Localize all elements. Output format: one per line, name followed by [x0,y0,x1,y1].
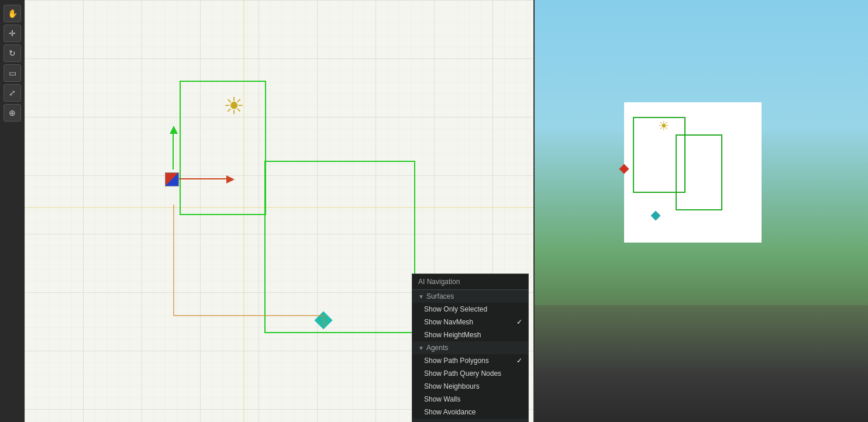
gizmo-x-tip [226,175,235,184]
show-navmesh-check: ✓ [516,318,522,326]
show-neighbours-label: Show Neighbours [424,382,480,390]
surfaces-label: Surfaces [426,292,454,300]
show-path-polygons-check: ✓ [516,357,522,365]
green-rect-2 [264,161,415,333]
move-tool-button[interactable]: ✛ [4,25,21,42]
obstacles-section-header[interactable]: ▼ Obstacles [412,418,528,422]
surfaces-section-header[interactable]: ▼ Surfaces [412,290,528,303]
gizmo-x-arrow [175,178,228,179]
context-menu-title: AI Navigation [412,274,528,290]
agents-arrow-icon: ▼ [418,345,424,351]
show-only-selected-label: Show Only Selected [424,305,487,313]
show-avoidance-item[interactable]: Show Avoidance [412,406,528,418]
world-tool-button[interactable]: ⊕ [4,104,21,122]
ground-plane [533,305,868,422]
show-heightmesh-item[interactable]: Show HeightMesh [412,328,528,341]
3d-scene-content: ☀ [624,102,762,243]
viewport-area: ☀ [25,0,868,422]
scale-tool-button[interactable]: ⤢ [4,84,21,102]
3d-outer-rect [676,134,722,210]
gizmo-cube [165,172,179,186]
show-navmesh-item[interactable]: Show NavMesh ✓ [412,316,528,328]
context-menu: AI Navigation ▼ Surfaces Show Only Selec… [412,274,529,422]
gizmo-y-tip [170,126,178,134]
main-container: ✋ ✛ ↻ ▭ ⤢ ⊕ [0,0,868,422]
gizmo-y-arrow [173,132,174,170]
show-path-polygons-item[interactable]: Show Path Polygons ✓ [412,354,528,367]
show-avoidance-label: Show Avoidance [424,408,476,416]
3d-sun-icon: ☀ [658,119,670,134]
viewport-divider [533,0,535,422]
show-only-selected-item[interactable]: Show Only Selected [412,303,528,316]
left-toolbar: ✋ ✛ ↻ ▭ ⤢ ⊕ [0,0,25,422]
viewport-right[interactable]: ☀ [533,0,868,422]
agents-section-header[interactable]: ▼ Agents [412,341,528,354]
3d-diamond-teal [651,211,661,221]
show-walls-label: Show Walls [424,395,460,403]
surfaces-arrow-icon: ▼ [418,293,424,300]
show-path-query-nodes-item[interactable]: Show Path Query Nodes [412,367,528,380]
sun-object: ☀ [223,92,244,119]
show-navmesh-label: Show NavMesh [424,318,473,326]
green-rect-1 [180,81,266,215]
show-path-query-nodes-label: Show Path Query Nodes [424,369,501,378]
rotate-tool-button[interactable]: ↻ [4,44,21,62]
agents-label: Agents [426,344,448,352]
show-path-polygons-label: Show Path Polygons [424,357,489,365]
rect-select-button[interactable]: ▭ [4,64,21,82]
3d-diamond-red [619,164,629,174]
show-neighbours-item[interactable]: Show Neighbours [412,380,528,393]
hand-tool-button[interactable]: ✋ [4,5,21,22]
show-heightmesh-label: Show HeightMesh [424,331,481,339]
show-walls-item[interactable]: Show Walls [412,393,528,406]
